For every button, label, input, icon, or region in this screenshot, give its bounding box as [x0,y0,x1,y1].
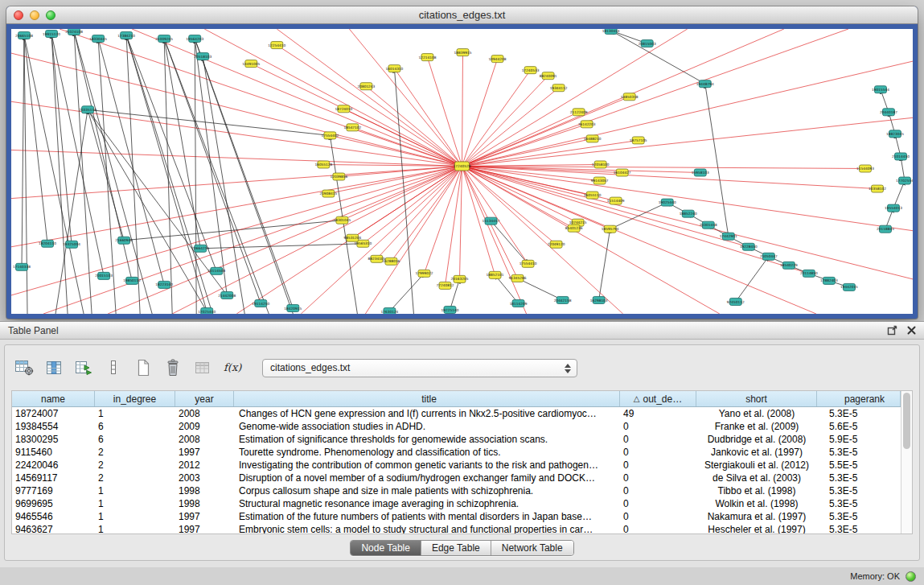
network-node[interactable]: 16488210 [584,135,602,142]
table-scrollbar[interactable] [901,391,912,534]
float-panel-icon[interactable] [887,325,897,336]
minimize-window-icon[interactable] [30,10,39,20]
column-header-1[interactable]: in_degree [95,391,175,406]
network-node[interactable]: 99143057 [591,177,609,184]
network-node[interactable]: 19442015 [840,283,858,290]
network-node[interactable]: 18301045 [333,216,351,224]
network-node[interactable]: 11514409 [607,197,625,204]
network-node[interactable]: 21009245 [155,35,173,43]
table-row[interactable]: 1456911722003Disruption of a novel membe… [12,472,901,484]
network-node[interactable]: 17554410 [519,260,537,267]
network-node[interactable]: 18130414 [602,29,620,35]
network-node[interactable]: 16055110 [584,192,602,199]
network-node[interactable]: 15958103 [692,169,709,176]
network-node[interactable]: 19554013 [885,204,902,212]
network-node[interactable]: 88240091 [540,72,557,80]
delete-table-button[interactable] [162,356,184,379]
network-node[interactable]: 17442901 [720,233,737,240]
network-node[interactable]: 18330445 [89,35,107,43]
network-node[interactable]: 19915120 [43,31,60,38]
network-node[interactable]: 17554402 [321,132,339,139]
new-table-button[interactable] [132,356,154,379]
network-node[interactable]: 22049120 [548,241,565,248]
network-node[interactable]: 14850318 [621,93,639,101]
network-node[interactable]: 20664215 [191,245,209,252]
network-node[interactable]: 20665108 [15,32,33,39]
network-node[interactable]: 20301458 [700,221,717,229]
network-node[interactable]: 18823045 [886,130,904,138]
network-node[interactable]: 12254410 [268,42,285,49]
network-node[interactable]: 19225140 [441,306,459,313]
network-node[interactable]: 19344112 [550,84,568,92]
network-node[interactable]: 19114250 [252,299,269,307]
network-node[interactable]: 19025440 [659,199,676,206]
network-node[interactable]: 21442008 [218,291,236,299]
network-node[interactable]: 17999022 [416,270,433,277]
network-node[interactable]: 85401236 [565,225,583,232]
table-row[interactable]: 2242004622012Investigating the contribut… [12,459,901,472]
network-node[interactable]: 10358102 [869,185,886,192]
network-node[interactable]: 10944208 [489,56,507,63]
import-table-button[interactable] [72,356,95,379]
network-node[interactable]: 91345286 [509,274,527,282]
network-node[interactable]: 17140338 [13,263,31,270]
network-node[interactable]: 18852101 [487,271,504,278]
table-row[interactable]: 977716911998Corpus callosum shape and si… [12,484,901,497]
network-node[interactable]: 21024108 [65,29,83,35]
network-node[interactable]: 18114209 [510,299,528,307]
network-node[interactable]: 92450112 [727,298,745,305]
network-node[interactable]: 17025440 [198,307,216,314]
network-node[interactable]: 19325004 [63,241,80,248]
network-node[interactable]: 11544093 [856,165,874,172]
network-node[interactable]: 12214108 [419,54,437,61]
network-node[interactable]: 17630124 [380,307,398,314]
network-node[interactable]: 14491005 [242,60,260,68]
table-row[interactable]: 969969511998Structural magnetic resonanc… [12,497,901,510]
network-node[interactable]: 12039856 [330,173,347,180]
network-node[interactable]: 16298103 [590,296,608,303]
network-node[interactable]: 76142203 [578,121,596,128]
close-panel-icon[interactable] [907,326,916,335]
network-node[interactable]: 17882403 [820,277,838,284]
network-node[interactable]: 18595794 [602,225,619,233]
network-node[interactable]: 15134457 [483,217,500,225]
network-svg[interactable]: 1724052812058100160551101074421522049120… [11,29,913,314]
network-node[interactable]: 18852240 [680,210,697,217]
network-node[interactable]: 19228450 [740,243,758,250]
network-node[interactable]: 20335118 [79,106,97,113]
network-node[interactable]: 17702554 [896,177,913,184]
network-node[interactable]: 18724010 [335,105,352,113]
column-header-3[interactable]: title [234,391,620,406]
network-table-select[interactable]: citations_edges.txt [262,359,577,377]
column-header-4[interactable]: △out_de… [620,391,696,406]
network-node[interactable]: 21660940 [115,237,133,244]
merge-table-button-disabled[interactable] [191,356,214,379]
network-node[interactable]: 19564203 [186,35,203,43]
close-window-icon[interactable] [14,10,23,20]
network-node[interactable]: 21014450 [892,153,910,160]
network-node[interactable]: 20015103 [95,272,113,279]
table-row[interactable]: 946362711997Embryonic stem cells: a mode… [12,523,901,534]
network-node[interactable]: 16055128 [314,161,332,168]
tab-edge-table[interactable]: Edge Table [421,541,491,555]
network-node[interactable]: 16014310 [385,65,403,72]
network-node[interactable]: 19015544 [872,86,889,93]
network-node[interactable]: 17240533 [522,67,540,74]
network-node[interactable]: 17240528 [454,162,471,171]
network-node[interactable]: 20118845 [877,225,894,233]
network-node[interactable]: 21122409 [570,109,588,116]
column-header-0[interactable]: name [12,391,95,406]
network-canvas[interactable]: 1724052812058100160551101074421522049120… [11,29,913,314]
network-node[interactable]: 21908415 [319,190,337,197]
network-node[interactable]: 20163205 [451,275,469,282]
memory-ok-icon[interactable] [906,571,916,582]
row-selector-button[interactable] [102,356,125,379]
network-node[interactable]: 18223140 [155,281,173,288]
network-node[interactable]: 77240812 [437,282,454,289]
scrollbar-thumb[interactable] [903,393,910,449]
column-header-2[interactable]: year [175,391,234,406]
network-node[interactable]: 18204110 [39,240,56,247]
table-settings-button[interactable] [13,356,35,379]
table-row[interactable]: 1938455462009Genome-wide association stu… [12,420,901,433]
network-node[interactable]: 18839915 [454,49,472,56]
